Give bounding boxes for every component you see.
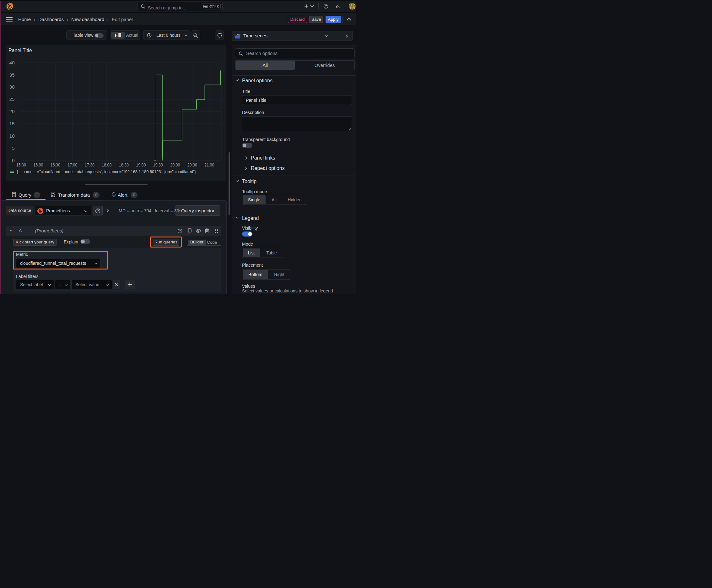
svg-text:10: 10 <box>9 133 15 139</box>
svg-text:20:00: 20:00 <box>170 162 180 167</box>
svg-text:18:00: 18:00 <box>102 162 111 167</box>
svg-text:21:00: 21:00 <box>204 162 214 167</box>
svg-text:19:30: 19:30 <box>153 162 163 167</box>
svg-text:25: 25 <box>9 97 15 102</box>
svg-text:20: 20 <box>9 109 15 114</box>
svg-text:5: 5 <box>12 145 15 151</box>
svg-text:20:30: 20:30 <box>188 162 197 167</box>
svg-text:15: 15 <box>9 121 15 126</box>
svg-text:35: 35 <box>9 72 15 78</box>
svg-text:16:30: 16:30 <box>50 162 60 167</box>
svg-text:19:00: 19:00 <box>136 162 146 167</box>
svg-text:18:30: 18:30 <box>119 162 129 167</box>
svg-text:15:30: 15:30 <box>16 162 26 167</box>
svg-text:0: 0 <box>12 158 15 163</box>
svg-text:16:00: 16:00 <box>33 162 43 167</box>
svg-text:17:30: 17:30 <box>85 162 94 167</box>
svg-text:30: 30 <box>9 84 15 89</box>
svg-text:40: 40 <box>9 60 15 65</box>
svg-text:17:00: 17:00 <box>67 162 77 167</box>
